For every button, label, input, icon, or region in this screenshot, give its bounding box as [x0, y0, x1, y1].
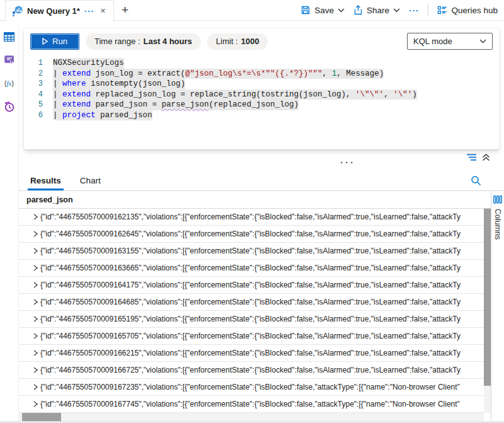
- query-history-icon[interactable]: [4, 101, 15, 112]
- table-row[interactable]: {"id":"4467550570009165705","violations"…: [19, 328, 484, 345]
- table-row[interactable]: {"id":"4467550570009166215","violations"…: [19, 345, 484, 362]
- horizontal-scrollbar[interactable]: [19, 413, 484, 421]
- saved-scripts-icon[interactable]: [4, 54, 15, 66]
- save-button[interactable]: Save: [301, 5, 345, 15]
- code-line[interactable]: 5 | extend parsed_json = parse_json(repl…: [24, 100, 499, 110]
- expand-row-icon[interactable]: [19, 214, 40, 220]
- time-range-value: Last 4 hours: [144, 37, 192, 46]
- table-row[interactable]: {"id":"4467550570009167745","violations"…: [19, 396, 484, 413]
- row-json-value: {"id":"4467550570009164175","violations"…: [40, 281, 484, 289]
- row-json-value: {"id":"4467550570009162135","violations"…: [40, 212, 484, 221]
- code-text: | project parsed_json: [53, 110, 152, 121]
- close-icon[interactable]: ✕: [99, 7, 107, 15]
- tab-chart[interactable]: Chart: [80, 170, 101, 190]
- queries-hub-label: Queries hub: [451, 6, 498, 15]
- queries-hub-icon: [437, 5, 447, 15]
- columns-panel-collapsed[interactable]: Columns: [491, 191, 504, 421]
- limit-picker[interactable]: Limit : 1000: [207, 33, 268, 50]
- kql-mode-select[interactable]: KQL mode: [407, 33, 493, 50]
- more-actions-icon[interactable]: ···: [409, 6, 420, 15]
- save-icon: [301, 5, 311, 15]
- column-header-parsed-json[interactable]: parsed_json: [19, 191, 491, 209]
- limit-label: Limit :: [216, 37, 238, 46]
- queries-hub-button[interactable]: Queries hub: [437, 5, 498, 15]
- code-line[interactable]: 3 | where isnotempty(json_log): [24, 79, 499, 90]
- expand-row-icon[interactable]: [19, 401, 40, 407]
- run-label: Run: [52, 37, 67, 46]
- code-text: | extend replaced_json_log = replace_str…: [53, 90, 417, 100]
- tab-bar-actions: Save Share ···: [301, 0, 504, 20]
- line-number: 6: [24, 110, 53, 121]
- tab-title: New Query 1*: [27, 6, 80, 16]
- columns-panel-label: Columns: [493, 209, 502, 240]
- expand-row-icon[interactable]: [19, 350, 40, 356]
- run-button[interactable]: Run: [30, 33, 79, 50]
- results-grid: {"id":"4467550570009162135","violations"…: [19, 209, 484, 413]
- table-row[interactable]: {"id":"4467550570009163155","violations"…: [19, 243, 484, 260]
- vertical-scrollbar-thumb[interactable]: [484, 209, 491, 386]
- table-row[interactable]: {"id":"4467550570009164175","violations"…: [19, 277, 484, 294]
- expand-row-icon[interactable]: [19, 299, 40, 305]
- row-json-value: {"id":"4467550570009166725","violations"…: [40, 366, 484, 374]
- row-json-value: {"id":"4467550570009164685","violations"…: [40, 298, 484, 306]
- time-range-label: Time range :: [94, 37, 140, 46]
- code-text: | extend parsed_json = parse_json(replac…: [53, 100, 299, 110]
- row-json-value: {"id":"4467550570009165195","violations"…: [40, 315, 484, 323]
- chevron-down-icon: [393, 8, 400, 13]
- row-json-value: {"id":"4467550570009167235","violations"…: [40, 383, 484, 391]
- vertical-scrollbar[interactable]: [484, 209, 491, 413]
- editor-footer-icons: [466, 153, 490, 161]
- time-range-picker[interactable]: Time range : Last 4 hours: [86, 33, 201, 50]
- tables-icon[interactable]: [4, 31, 15, 42]
- chevron-down-icon: [479, 39, 486, 43]
- columns-icon: [493, 195, 502, 204]
- table-row[interactable]: {"id":"4467550570009163665","violations"…: [19, 260, 484, 277]
- expand-row-icon[interactable]: [19, 282, 40, 288]
- collapse-editor-icon[interactable]: [482, 153, 490, 161]
- expand-row-icon[interactable]: [19, 231, 40, 237]
- expand-row-icon[interactable]: [19, 265, 40, 271]
- line-number: 1: [24, 58, 53, 69]
- tab-bar: New Query 1* ··· ✕ + Save: [0, 0, 504, 21]
- splitter-handle[interactable]: ···: [340, 159, 355, 166]
- search-icon[interactable]: [471, 175, 481, 186]
- expand-row-icon[interactable]: [19, 384, 40, 390]
- code-line[interactable]: 2 | extend json_log = extract(@"json_log…: [24, 69, 499, 79]
- code-line[interactable]: 4 | extend replaced_json_log = replace_s…: [24, 90, 499, 100]
- table-row[interactable]: {"id":"4467550570009162135","violations"…: [19, 209, 484, 226]
- functions-icon[interactable]: {fx}: [4, 78, 15, 89]
- horizontal-scrollbar-thumb[interactable]: [22, 413, 61, 421]
- table-row[interactable]: {"id":"4467550570009165195","violations"…: [19, 311, 484, 328]
- code-line[interactable]: 6 | project parsed_json: [24, 110, 499, 121]
- code-text: | where isnotempty(json_log): [53, 79, 185, 90]
- results-tabs: Results Chart: [19, 170, 504, 191]
- tab-new-query[interactable]: New Query 1* ··· ✕: [5, 0, 114, 21]
- share-label: Share: [367, 6, 389, 15]
- table-row[interactable]: {"id":"4467550570009162645","violations"…: [19, 226, 484, 243]
- table-row[interactable]: {"id":"4467550570009167235","violations"…: [19, 379, 484, 396]
- expand-row-icon[interactable]: [19, 367, 40, 373]
- expand-row-icon[interactable]: [19, 316, 40, 322]
- new-tab-button[interactable]: +: [114, 0, 136, 20]
- tab-results[interactable]: Results: [30, 170, 61, 190]
- code-text: | extend json_log = extract(@"json_log\s…: [53, 69, 384, 79]
- expand-row-icon[interactable]: [19, 333, 40, 339]
- expand-row-icon[interactable]: [19, 248, 40, 254]
- share-icon: [353, 5, 363, 15]
- line-number: 5: [24, 100, 53, 110]
- code-text: NGXSecurityLogs: [53, 58, 124, 69]
- code-line[interactable]: 1 NGXSecurityLogs: [24, 58, 499, 69]
- chevron-down-icon: [338, 8, 345, 13]
- table-row[interactable]: {"id":"4467550570009166725","violations"…: [19, 362, 484, 379]
- left-rail: {fx}: [0, 21, 19, 423]
- limit-value: 1000: [241, 37, 259, 46]
- row-json-value: {"id":"4467550570009162645","violations"…: [40, 229, 484, 238]
- query-editor[interactable]: 1 NGXSecurityLogs 2 | extend json_log = …: [24, 58, 499, 120]
- line-number: 3: [24, 79, 53, 90]
- table-row[interactable]: {"id":"4467550570009164685","violations"…: [19, 294, 484, 311]
- row-json-value: {"id":"4467550570009163665","violations"…: [40, 264, 484, 272]
- tab-more-icon[interactable]: ···: [84, 6, 94, 16]
- row-json-value: {"id":"4467550570009166215","violations"…: [40, 349, 484, 357]
- format-lines-icon[interactable]: [466, 153, 477, 161]
- share-button[interactable]: Share: [353, 5, 400, 15]
